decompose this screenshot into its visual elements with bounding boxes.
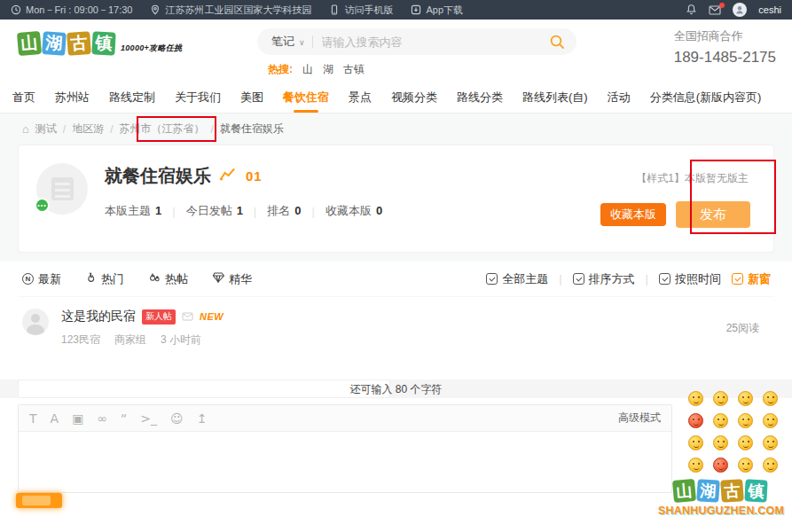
new-window-toggle[interactable]: 新窗: [732, 271, 771, 287]
filter-all-topics[interactable]: 全部主题: [486, 271, 548, 287]
logo-tile: 山: [17, 31, 42, 56]
quote-icon[interactable]: “: [121, 412, 127, 425]
nav-item-photos[interactable]: 美图: [231, 82, 273, 113]
n-circle-icon: N: [22, 273, 34, 285]
footer-logo-tile: 湖: [696, 479, 720, 503]
bell-icon[interactable]: [686, 4, 697, 17]
nav-item-suzhou[interactable]: 苏州站: [45, 82, 99, 113]
search-icon[interactable]: [549, 34, 565, 50]
nav-item-home[interactable]: 首页: [3, 82, 45, 113]
emoji-struggle[interactable]: [738, 435, 753, 450]
forum-card: ••• 就餐住宿娱乐 01 本版主题1 | 今日发帖1 | 排名0 | 收藏本版…: [18, 145, 774, 253]
search-category-select[interactable]: 笔记: [257, 34, 294, 50]
emoji-sleepy[interactable]: [713, 435, 728, 450]
site-logo[interactable]: 山 湖 古 镇 10000+攻略任挑: [18, 32, 182, 55]
contact-block: 全国招商合作 189-1485-2175: [674, 28, 776, 66]
link-icon[interactable]: ∞: [97, 412, 107, 425]
breadcrumb-separator: /: [211, 123, 214, 136]
breadcrumb-item[interactable]: 地区游: [72, 121, 104, 137]
nav-item-route-category[interactable]: 路线分类: [447, 82, 513, 113]
nav-item-category-info[interactable]: 分类信息(新版内容页): [640, 82, 772, 113]
avatar[interactable]: [733, 3, 747, 17]
footer-logo-tile: 镇: [744, 479, 767, 502]
search-input[interactable]: [313, 35, 549, 49]
hot-search-label: 热搜:: [268, 62, 293, 77]
font-size-icon[interactable]: A: [51, 412, 59, 425]
filter-hot-posts[interactable]: 热帖: [148, 271, 188, 287]
breadcrumb-item[interactable]: 测试: [35, 121, 57, 137]
advanced-mode-link[interactable]: 高级模式: [618, 411, 661, 426]
emoji-dizzy[interactable]: [763, 458, 778, 473]
publish-button[interactable]: 发布: [676, 201, 750, 228]
nav-item-activities[interactable]: 活动: [598, 82, 640, 113]
emoji-big-grin[interactable]: [763, 435, 778, 450]
filter-by-time[interactable]: 按照时间: [659, 271, 721, 287]
mail-icon[interactable]: [709, 5, 721, 15]
hot-search-term[interactable]: 山: [302, 62, 313, 77]
filter-hot[interactable]: 热门: [85, 271, 124, 287]
footer-logo-tile: 山: [672, 479, 696, 503]
emoji-smirk[interactable]: [688, 435, 703, 450]
nav-item-video-category[interactable]: 视频分类: [381, 82, 447, 113]
envelope-icon: [182, 309, 193, 325]
breadcrumb-separator: /: [63, 123, 66, 136]
home-icon[interactable]: ⌂: [22, 122, 29, 136]
editor-textarea[interactable]: [19, 432, 671, 492]
footer-logo-tile: 古: [720, 479, 744, 503]
post-read-count: 25阅读: [726, 321, 770, 336]
emoji-pouting[interactable]: [763, 413, 778, 428]
nav-item-about[interactable]: 关于我们: [165, 82, 231, 113]
emoji-cry-laugh[interactable]: [763, 391, 778, 406]
hot-search-term[interactable]: 古镇: [343, 62, 365, 77]
stat-rank: 排名0: [267, 203, 301, 219]
filter-featured[interactable]: 精华: [212, 271, 252, 287]
post-author[interactable]: 123民宿: [61, 332, 100, 348]
stat-favorites: 收藏本版0: [325, 203, 382, 219]
post-author-avatar[interactable]: [22, 309, 49, 335]
emoji-shocked[interactable]: [713, 413, 728, 428]
search-bar: 笔记 ∨: [257, 28, 576, 55]
emoji-bawling[interactable]: [713, 458, 728, 473]
company-address: 江苏苏州工业园区国家大学科技园: [150, 4, 311, 17]
forum-header-section: ⌂ 测试 / 地区游 / 苏州市（江苏省） / 就餐住宿娱乐 ••• 就餐住宿娱…: [0, 113, 792, 262]
site-header: 山 湖 古 镇 10000+攻略任挑 笔记 ∨ 热搜: 山 湖 古镇 全国招商合…: [0, 20, 792, 82]
app-download-link[interactable]: App下载: [411, 4, 463, 17]
code-icon[interactable]: >_: [140, 412, 157, 425]
nav-item-dining-lodging[interactable]: 餐饮住宿: [273, 82, 339, 113]
stat-separator: |: [172, 205, 175, 218]
favorite-board-button[interactable]: 收藏本版: [600, 203, 666, 226]
nav-item-route-list[interactable]: 路线列表(自): [513, 82, 598, 113]
fire-icon: [148, 272, 161, 286]
reply-editor: T A ▣ ∞ “ >_ ☺ ↥ 高级模式: [18, 404, 672, 493]
emoji-icon[interactable]: ☺: [170, 412, 184, 425]
image-icon[interactable]: ▣: [72, 412, 83, 425]
filter-sort-order[interactable]: 排序方式: [573, 271, 635, 287]
filter-latest[interactable]: N最新: [22, 271, 61, 287]
emoji-giggle[interactable]: [738, 458, 753, 473]
footer-logo: 山 湖 古 镇 SHANHUGUZHEN.COM: [655, 480, 788, 517]
nav-item-route-custom[interactable]: 路线定制: [99, 82, 165, 113]
emoji-sad[interactable]: [713, 391, 728, 406]
emoji-grin[interactable]: [738, 391, 753, 406]
breadcrumb-item-current[interactable]: 就餐住宿娱乐: [220, 121, 284, 137]
nav-item-attractions[interactable]: 景点: [339, 82, 381, 113]
new-label: NEW: [200, 311, 223, 322]
forum-stats: 本版主题1 | 今日发帖1 | 排名0 | 收藏本版0: [105, 203, 382, 219]
forum-avatar: •••: [36, 163, 88, 215]
location-icon: [150, 4, 161, 15]
notification-dot: [719, 3, 725, 8]
emoji-pleased[interactable]: [738, 413, 753, 428]
breadcrumb-item[interactable]: 苏州市（江苏省）: [120, 121, 205, 137]
emoji-smile[interactable]: [688, 391, 703, 406]
hot-search-term[interactable]: 湖: [323, 62, 333, 77]
text-icon[interactable]: T: [29, 412, 37, 425]
dropdown-box-icon: [573, 273, 584, 285]
emoji-angry-red[interactable]: [688, 413, 703, 428]
post-time: 3 小时前: [161, 332, 201, 348]
bottom-left-highlighted-button[interactable]: [16, 493, 62, 508]
username[interactable]: ceshi: [758, 4, 781, 15]
mobile-version-link[interactable]: 访问手机版: [329, 4, 393, 17]
upload-icon[interactable]: ↥: [197, 412, 208, 425]
emoji-blush[interactable]: [688, 458, 703, 473]
post-title[interactable]: 这是我的民宿: [61, 309, 136, 325]
